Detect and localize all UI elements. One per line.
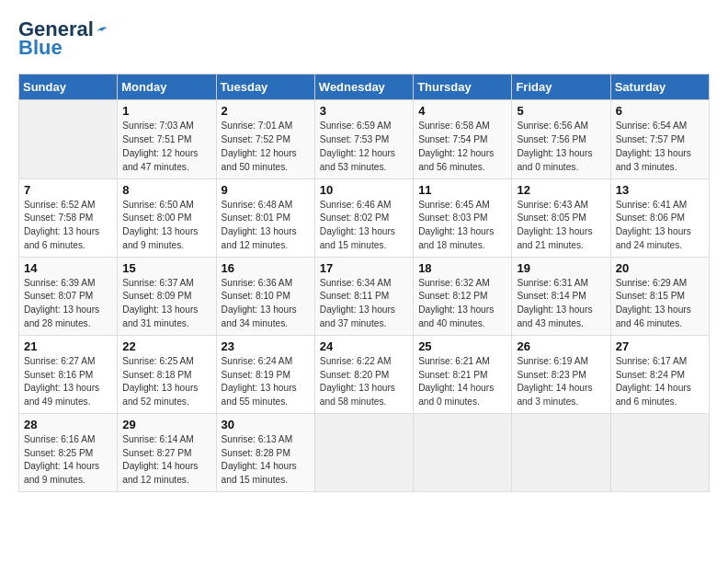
day-number: 9: [222, 183, 310, 197]
calendar-cell: 12Sunrise: 6:43 AM Sunset: 8:05 PM Dayli…: [512, 178, 610, 257]
day-number: 27: [616, 339, 704, 353]
day-info: Sunrise: 6:27 AM Sunset: 8:16 PM Dayligh…: [24, 355, 112, 409]
day-info: Sunrise: 6:50 AM Sunset: 8:00 PM Dayligh…: [122, 199, 210, 253]
day-number: 7: [24, 183, 112, 197]
weekday-header: Wednesday: [314, 75, 413, 100]
day-info: Sunrise: 7:01 AM Sunset: 7:52 PM Dayligh…: [222, 120, 310, 174]
day-number: 14: [24, 261, 112, 275]
calendar-cell: 24Sunrise: 6:22 AM Sunset: 8:20 PM Dayli…: [314, 335, 413, 413]
day-info: Sunrise: 6:54 AM Sunset: 7:57 PM Dayligh…: [616, 120, 704, 174]
day-number: 24: [320, 339, 408, 353]
day-info: Sunrise: 6:52 AM Sunset: 7:58 PM Dayligh…: [24, 199, 112, 253]
calendar-cell: 22Sunrise: 6:25 AM Sunset: 8:18 PM Dayli…: [118, 335, 216, 413]
day-number: 20: [616, 261, 704, 275]
day-info: Sunrise: 6:36 AM Sunset: 8:10 PM Dayligh…: [222, 277, 310, 331]
weekday-header: Thursday: [414, 75, 512, 100]
calendar-cell: 4Sunrise: 6:58 AM Sunset: 7:54 PM Daylig…: [414, 100, 512, 178]
day-number: 12: [517, 183, 605, 197]
weekday-header: Monday: [118, 75, 216, 100]
day-number: 30: [222, 418, 310, 431]
day-number: 18: [418, 261, 506, 275]
day-number: 29: [122, 418, 210, 431]
calendar-cell: 28Sunrise: 6:16 AM Sunset: 8:25 PM Dayli…: [19, 413, 118, 491]
day-info: Sunrise: 6:24 AM Sunset: 8:19 PM Dayligh…: [222, 355, 310, 409]
calendar-body: 1Sunrise: 7:03 AM Sunset: 7:51 PM Daylig…: [19, 100, 710, 492]
calendar-cell: 5Sunrise: 6:56 AM Sunset: 7:56 PM Daylig…: [512, 100, 610, 178]
calendar-cell: [414, 413, 512, 491]
calendar-cell: [314, 413, 413, 491]
calendar-cell: 9Sunrise: 6:48 AM Sunset: 8:01 PM Daylig…: [216, 178, 314, 257]
calendar-row: 28Sunrise: 6:16 AM Sunset: 8:25 PM Dayli…: [19, 413, 710, 491]
day-number: 11: [418, 183, 506, 197]
day-info: Sunrise: 6:19 AM Sunset: 8:23 PM Dayligh…: [517, 355, 605, 409]
calendar-cell: [512, 413, 610, 491]
day-number: 16: [222, 261, 310, 275]
calendar-cell: [19, 100, 118, 178]
day-info: Sunrise: 6:41 AM Sunset: 8:06 PM Dayligh…: [616, 199, 704, 253]
day-number: 5: [517, 104, 605, 118]
weekday-header: Saturday: [610, 75, 709, 100]
day-number: 21: [24, 339, 112, 353]
day-number: 26: [517, 339, 605, 353]
day-number: 4: [418, 104, 506, 118]
weekday-header: Sunday: [19, 75, 118, 100]
day-number: 22: [122, 339, 210, 353]
day-number: 10: [320, 183, 408, 197]
day-number: 8: [122, 183, 210, 197]
calendar-cell: 18Sunrise: 6:32 AM Sunset: 8:12 PM Dayli…: [414, 257, 512, 335]
weekday-header: Friday: [512, 75, 610, 100]
calendar-cell: 30Sunrise: 6:13 AM Sunset: 8:28 PM Dayli…: [216, 413, 314, 491]
calendar-cell: 8Sunrise: 6:50 AM Sunset: 8:00 PM Daylig…: [118, 178, 216, 257]
calendar-header: SundayMondayTuesdayWednesdayThursdayFrid…: [19, 75, 710, 100]
calendar-cell: 19Sunrise: 6:31 AM Sunset: 8:14 PM Dayli…: [512, 257, 610, 335]
day-info: Sunrise: 6:39 AM Sunset: 8:07 PM Dayligh…: [24, 277, 112, 331]
day-number: 13: [616, 183, 704, 197]
day-info: Sunrise: 6:22 AM Sunset: 8:20 PM Dayligh…: [320, 355, 408, 409]
day-info: Sunrise: 6:46 AM Sunset: 8:02 PM Dayligh…: [320, 199, 408, 253]
calendar-row: 1Sunrise: 7:03 AM Sunset: 7:51 PM Daylig…: [19, 100, 710, 178]
day-info: Sunrise: 6:32 AM Sunset: 8:12 PM Dayligh…: [418, 277, 506, 331]
calendar-cell: 20Sunrise: 6:29 AM Sunset: 8:15 PM Dayli…: [610, 257, 709, 335]
calendar-cell: 11Sunrise: 6:45 AM Sunset: 8:03 PM Dayli…: [414, 178, 512, 257]
logo-bird-icon: [96, 23, 108, 36]
calendar-cell: 10Sunrise: 6:46 AM Sunset: 8:02 PM Dayli…: [314, 178, 413, 257]
day-info: Sunrise: 6:16 AM Sunset: 8:25 PM Dayligh…: [24, 433, 112, 488]
day-number: 25: [418, 339, 506, 353]
day-info: Sunrise: 6:34 AM Sunset: 8:11 PM Dayligh…: [320, 277, 408, 331]
page-header: General Blue: [18, 18, 710, 59]
day-number: 28: [24, 418, 112, 431]
calendar-cell: 15Sunrise: 6:37 AM Sunset: 8:09 PM Dayli…: [118, 257, 216, 335]
day-info: Sunrise: 6:56 AM Sunset: 7:56 PM Dayligh…: [517, 120, 605, 174]
calendar-cell: 29Sunrise: 6:14 AM Sunset: 8:27 PM Dayli…: [118, 413, 216, 491]
calendar-cell: 13Sunrise: 6:41 AM Sunset: 8:06 PM Dayli…: [610, 178, 709, 257]
day-info: Sunrise: 6:48 AM Sunset: 8:01 PM Dayligh…: [222, 199, 310, 253]
day-info: Sunrise: 6:25 AM Sunset: 8:18 PM Dayligh…: [122, 355, 210, 409]
day-number: 17: [320, 261, 408, 275]
day-info: Sunrise: 6:43 AM Sunset: 8:05 PM Dayligh…: [517, 199, 605, 253]
calendar-cell: 27Sunrise: 6:17 AM Sunset: 8:24 PM Dayli…: [610, 335, 709, 413]
calendar-cell: 1Sunrise: 7:03 AM Sunset: 7:51 PM Daylig…: [118, 100, 216, 178]
day-info: Sunrise: 6:13 AM Sunset: 8:28 PM Dayligh…: [222, 433, 310, 488]
calendar-cell: 3Sunrise: 6:59 AM Sunset: 7:53 PM Daylig…: [314, 100, 413, 178]
day-number: 3: [320, 104, 408, 118]
day-number: 6: [616, 104, 704, 118]
day-info: Sunrise: 6:29 AM Sunset: 8:15 PM Dayligh…: [616, 277, 704, 331]
calendar-row: 7Sunrise: 6:52 AM Sunset: 7:58 PM Daylig…: [19, 178, 710, 257]
day-info: Sunrise: 6:17 AM Sunset: 8:24 PM Dayligh…: [616, 355, 704, 409]
day-number: 19: [517, 261, 605, 275]
logo-blue-text: Blue: [18, 37, 63, 59]
day-info: Sunrise: 6:21 AM Sunset: 8:21 PM Dayligh…: [418, 355, 506, 409]
day-info: Sunrise: 6:37 AM Sunset: 8:09 PM Dayligh…: [122, 277, 210, 331]
calendar-cell: 25Sunrise: 6:21 AM Sunset: 8:21 PM Dayli…: [414, 335, 512, 413]
day-number: 15: [122, 261, 210, 275]
calendar-cell: [610, 413, 709, 491]
calendar-cell: 16Sunrise: 6:36 AM Sunset: 8:10 PM Dayli…: [216, 257, 314, 335]
calendar-cell: 7Sunrise: 6:52 AM Sunset: 7:58 PM Daylig…: [19, 178, 118, 257]
day-info: Sunrise: 6:59 AM Sunset: 7:53 PM Dayligh…: [320, 120, 408, 174]
calendar-cell: 26Sunrise: 6:19 AM Sunset: 8:23 PM Dayli…: [512, 335, 610, 413]
day-info: Sunrise: 6:58 AM Sunset: 7:54 PM Dayligh…: [418, 120, 506, 174]
calendar-cell: 2Sunrise: 7:01 AM Sunset: 7:52 PM Daylig…: [216, 100, 314, 178]
calendar-cell: 17Sunrise: 6:34 AM Sunset: 8:11 PM Dayli…: [314, 257, 413, 335]
calendar-table: SundayMondayTuesdayWednesdayThursdayFrid…: [18, 74, 710, 492]
day-number: 2: [222, 104, 310, 118]
